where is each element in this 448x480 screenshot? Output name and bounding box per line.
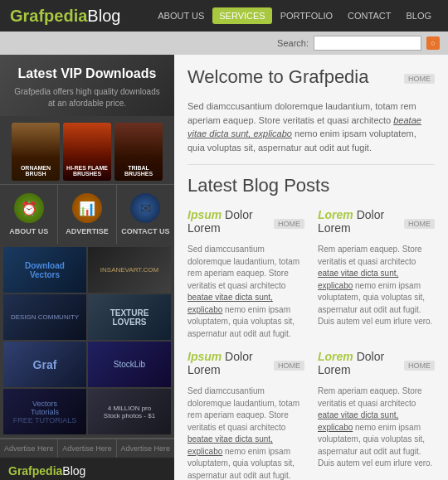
ad-text: Graf <box>33 358 57 371</box>
ad-insane[interactable]: INSANEVART.COM <box>88 247 171 293</box>
blog-grid: Ipsum Dolor Lorem HOME Sed diamccusantiu… <box>187 208 435 480</box>
advertise-label: ADVERTISE <box>66 227 109 235</box>
main: Latest VIP Downloads Grafpedia offers hi… <box>0 55 448 480</box>
blog-post-3-text: Sed diamccusantium doloremque laudantium… <box>187 385 304 480</box>
blog-post-1-tag[interactable]: HOME <box>274 219 304 229</box>
ad-download-vectors[interactable]: DownloadVectors <box>3 247 86 293</box>
vip-title: Latest VIP Downloads <box>10 66 164 81</box>
ad-million[interactable]: 4 MILLION proStock photos - $1 <box>88 389 171 434</box>
ad-text: INSANEVART.COM <box>100 266 158 274</box>
sidebar-item-contact[interactable]: ✉ CONTACT US <box>117 185 174 244</box>
contact-label: CONTACT US <box>121 227 169 235</box>
blog-post-3: Ipsum Dolor Lorem HOME Sed diamccusantiu… <box>187 350 304 480</box>
advertise-item-1[interactable]: Advertise Here <box>0 439 58 458</box>
welcome-title: Welcome to Grafpedia <box>187 66 368 88</box>
advertise-row: Advertise Here Advertise Here Advertise … <box>0 438 174 458</box>
sidebar-item-about[interactable]: ⏰ ABOUT US <box>0 185 58 244</box>
blog-post-2-text: Rem aperiam eaquep. Store veritatis et q… <box>318 244 435 328</box>
blog-post-4-title: Lorem Dolor Lorem <box>318 350 404 376</box>
blog-post-3-tag[interactable]: HOME <box>274 361 304 371</box>
ad-blocks: DownloadVectors INSANEVART.COM DESIGN CO… <box>0 244 174 438</box>
about-icon: ⏰ <box>14 193 44 223</box>
content-area: Welcome to Grafpedia HOME Sed diamccusan… <box>174 55 448 480</box>
logo-grafpedia: Grafpedia <box>10 7 87 25</box>
ad-text: DownloadVectors <box>25 261 65 279</box>
blog-post-4-tag[interactable]: HOME <box>404 361 435 371</box>
advertise-label-3: Advertise Here <box>121 444 171 453</box>
blog-post-4-link[interactable]: eatae vitae dicta sunt, explicabo <box>318 410 398 432</box>
blog-post-2-link[interactable]: eatae vitae dicta sunt, explicabo <box>318 269 398 290</box>
welcome-section: Welcome to Grafpedia HOME Sed diamccusan… <box>187 66 435 154</box>
blog-post-2: Lorem Dolor Lorem HOME Rem aperiam eaque… <box>318 208 435 340</box>
product-label-3: TRIBALBRUSHES <box>124 165 153 177</box>
sidebar-icons: ⏰ ABOUT US 📊 ADVERTISE ✉ CONTACT US <box>0 184 174 244</box>
ad-text: 4 MILLION proStock photos - $1 <box>104 405 155 419</box>
search-bar: Search: ○ <box>0 32 448 55</box>
ad-text: DESIGN COMMUNITY <box>11 313 79 321</box>
ad-texture[interactable]: TEXTURELOVERS <box>88 294 171 340</box>
blog-post-1: Ipsum Dolor Lorem HOME Sed diamccusantiu… <box>187 208 304 340</box>
blog-post-1-title: Ipsum Dolor Lorem <box>187 208 274 235</box>
welcome-text: Sed diamccusantium doloremque laudantium… <box>187 99 435 154</box>
nav-item-portfolio[interactable]: PORTFOLIO <box>274 7 339 24</box>
advertise-item-2[interactable]: Advertise Here <box>58 439 116 458</box>
blog-post-4-text: Rem aperiam eaquep. Store veritatis et q… <box>318 385 435 470</box>
ad-text: VectorsTutorialsFREE TUTORIALS <box>13 400 77 424</box>
blog-post-2-highlight: Lorem <box>318 208 353 221</box>
search-input[interactable] <box>314 36 421 51</box>
advertise-item-3[interactable]: Advertise Here <box>117 439 174 458</box>
product-thumb[interactable]: ORNAMENBRUSH <box>12 123 60 181</box>
nav-item-about-us[interactable]: ABOUT US <box>151 7 211 24</box>
welcome-link[interactable]: beatae vitae dicta sunt, explicabo <box>187 115 421 139</box>
blog-post-3-title: Ipsum Dolor Lorem <box>187 350 274 376</box>
product-thumb[interactable]: TRIBALBRUSHES <box>114 123 163 181</box>
blog-post-1-link[interactable]: beatae vitae dicta sunt, explicabo <box>187 293 273 314</box>
logo-blog: Blog <box>87 7 120 25</box>
nav-item-blog[interactable]: BLOG <box>399 7 438 24</box>
contact-icon: ✉ <box>130 193 160 223</box>
blog-post-3-highlight: Ipsum <box>187 350 222 363</box>
ad-text: StockLib <box>114 360 145 369</box>
blog-post-2-tag[interactable]: HOME <box>404 219 435 229</box>
blog-posts-section: Latest Blog Posts Ipsum Dolor Lorem HOME… <box>187 175 435 480</box>
vip-banner: Latest VIP Downloads Grafpedia offers hi… <box>0 55 174 116</box>
blog-post-1-highlight: Ipsum <box>187 208 222 221</box>
advertise-label-2: Advertise Here <box>62 444 112 453</box>
blog-post-1-text: Sed diamccusantium doloremque laudantium… <box>187 244 304 340</box>
welcome-home-tag[interactable]: HOME <box>404 74 435 84</box>
product-thumb[interactable]: HI-RES FLAMEBRUSHES <box>63 123 111 181</box>
blog-post-4-highlight: Lorem <box>318 350 353 363</box>
search-label: Search: <box>277 38 309 48</box>
sidebar: Latest VIP Downloads Grafpedia offers hi… <box>0 55 174 480</box>
footer-logo-white: Blog <box>62 464 85 478</box>
ad-stocklib[interactable]: StockLib <box>88 342 171 387</box>
sidebar-footer: GrafpediaBlog About us | Services | Port… <box>0 458 174 480</box>
ad-text: TEXTURELOVERS <box>110 308 149 327</box>
ad-design-community[interactable]: DESIGN COMMUNITY <box>3 294 86 340</box>
blog-post-2-title: Lorem Dolor Lorem <box>318 208 404 235</box>
product-list: ORNAMENBRUSH HI-RES FLAMEBRUSHES TRIBALB… <box>0 116 174 184</box>
logo: GrafpediaBlog <box>10 7 120 26</box>
advertise-icon: 📊 <box>72 193 102 223</box>
nav-item-services[interactable]: SERVICES <box>212 7 271 24</box>
divider-1 <box>187 164 435 165</box>
blog-post-3-link[interactable]: beatae vitae dicta sunt, explicabo <box>187 434 273 456</box>
blog-post-4: Lorem Dolor Lorem HOME Rem aperiam eaque… <box>318 350 435 480</box>
about-label: ABOUT US <box>9 227 48 235</box>
product-label-2: HI-RES FLAMEBRUSHES <box>66 165 108 177</box>
advertise-label-1: Advertise Here <box>4 444 54 453</box>
ad-vectors-tutorials[interactable]: VectorsTutorialsFREE TUTORIALS <box>3 389 86 434</box>
ad-graf-tools[interactable]: Graf <box>3 342 86 387</box>
header: GrafpediaBlog ABOUT USSERVICESPORTFOLIOC… <box>0 0 448 32</box>
footer-logo-green: Grafpedia <box>8 464 62 478</box>
blog-posts-title: Latest Blog Posts <box>187 175 329 196</box>
vip-desc: Grafpedia offers high quality downloads … <box>10 86 164 109</box>
footer-logo: GrafpediaBlog <box>8 464 166 478</box>
sidebar-item-advertise[interactable]: 📊 ADVERTISE <box>58 185 116 244</box>
nav-item-contact[interactable]: CONTACT <box>341 7 397 24</box>
nav: ABOUT USSERVICESPORTFOLIOCONTACTBLOG <box>151 7 438 24</box>
rss-icon[interactable]: ○ <box>426 36 440 50</box>
product-label-1: ORNAMENBRUSH <box>21 165 51 177</box>
